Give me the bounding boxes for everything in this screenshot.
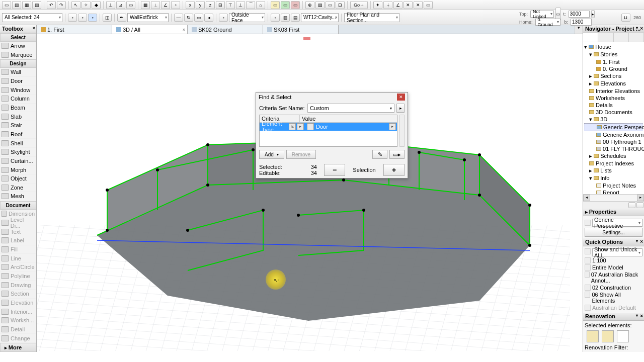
composite-icon[interactable]: ▤ — [291, 14, 300, 22]
qo-penset[interactable]: 07 Australian Black Annot... — [591, 272, 642, 284]
qo-reno[interactable]: 06 Show All Elements — [592, 292, 642, 304]
criteria-row[interactable]: Element Type is ▸ Door ▸ — [260, 123, 397, 131]
dim-x-icon[interactable]: x — [186, 1, 195, 9]
selection-info-drop[interactable]: All Selected: 34 — [2, 13, 62, 22]
tool-drawing[interactable]: Drawing — [0, 281, 36, 290]
deselect-button[interactable]: − — [324, 164, 345, 176]
pick-icon[interactable]: ◆ — [92, 1, 101, 9]
wall-favorite-drop[interactable]: WallExtBrick — [127, 13, 169, 22]
refline1-icon[interactable]: — — [174, 14, 183, 22]
ren-existing-icon[interactable]: ▭ — [271, 1, 280, 9]
publisher-icon[interactable]: ⊕ — [305, 1, 314, 9]
criteria-set-drop[interactable]: Custom — [307, 104, 394, 113]
tool-text[interactable]: Text — [0, 227, 36, 236]
tree-generic-persp[interactable]: Generic Perspective — [584, 123, 643, 131]
tool-object[interactable]: Object — [0, 174, 36, 184]
close-icon[interactable]: ✕ — [397, 94, 405, 101]
home-icon[interactable]: ⌂ — [256, 1, 265, 9]
tree-root[interactable]: ▾ House — [584, 43, 643, 51]
value-arrow-icon[interactable]: ▸ — [389, 123, 396, 130]
qo-mvo[interactable]: 02 Construction — [592, 285, 631, 291]
tree-notes[interactable]: Project Notes — [584, 182, 643, 189]
profile-icon[interactable]: ▫ — [271, 14, 280, 22]
option-icon[interactable]: ⊡ — [336, 1, 345, 9]
undo-icon[interactable]: ↶ — [47, 1, 56, 9]
expand-icon[interactable]: ▸ — [591, 10, 595, 18]
collapse-icon[interactable]: ▾ — [636, 239, 638, 243]
refline2-icon[interactable]: ↻ — [184, 14, 193, 22]
viewtype-drop[interactable]: Floor Plan and Section... — [344, 13, 399, 22]
tree-schedules[interactable]: ▸ Schedules — [584, 152, 643, 160]
value-field[interactable]: Door — [315, 124, 389, 130]
tree-ground[interactable]: 0. Ground — [584, 65, 643, 72]
tool-change[interactable]: Change — [0, 334, 36, 343]
criteria-store-button[interactable]: ▸ — [396, 104, 405, 113]
angle-icon[interactable]: ∠ — [161, 1, 170, 9]
viewmap-icon[interactable]: ▤ — [315, 1, 325, 9]
operator-arrow-icon[interactable]: ▸ — [297, 123, 304, 130]
ref-face-drop[interactable]: Outside Face — [229, 13, 265, 22]
tool-beam[interactable]: Beam — [0, 104, 36, 113]
tree-indexes[interactable]: Project Indexes — [584, 160, 643, 167]
tool-icon[interactable]: ▫ — [171, 1, 180, 9]
geometry1-icon[interactable]: ▫ — [68, 14, 77, 22]
height-field[interactable] — [571, 19, 592, 26]
tool-fill[interactable]: Fill — [0, 245, 36, 254]
nav-del-icon[interactable] — [636, 202, 643, 208]
close-icon[interactable]: × — [640, 239, 643, 244]
navigator-tree[interactable]: ▾ House ▾ Stories 1. First 0. Ground ▸ S… — [583, 42, 644, 194]
wall-section-icon[interactable]: ⊔ — [621, 14, 630, 22]
operator-drop[interactable]: is — [289, 123, 296, 130]
tool-label[interactable]: Label — [0, 236, 36, 245]
add-criteria-button[interactable]: Add — [259, 150, 284, 159]
value-type-icon[interactable] — [307, 123, 314, 130]
scroll-left-icon[interactable]: ◂ — [583, 195, 590, 201]
width-field[interactable] — [569, 11, 590, 18]
eyedropper-icon[interactable]: ✎ — [372, 150, 387, 159]
group-more[interactable]: ▸ More — [0, 343, 36, 352]
cursor-icon[interactable]: ↖ — [71, 1, 80, 9]
tool2-icon[interactable]: ▭ — [424, 1, 433, 9]
tool-zone[interactable]: Zone — [0, 184, 36, 193]
tool-column[interactable]: Column — [0, 95, 36, 104]
tree-worksheets[interactable]: Worksheets — [584, 95, 643, 102]
tab-overflow-icon[interactable]: ▾ — [575, 25, 583, 34]
measure-icon[interactable]: ⟂ — [151, 1, 160, 9]
sun-marker-icon[interactable] — [303, 37, 310, 40]
composite-drop[interactable]: WT12:Cavity... — [301, 13, 339, 22]
tab-first[interactable]: 1. First — [37, 25, 112, 34]
tree-fly2[interactable]: 01 FLY THROUGH — [584, 145, 643, 152]
walk-icon[interactable]: ✦ — [373, 1, 382, 9]
magic-wand-icon[interactable]: ✧ — [82, 1, 91, 9]
home-story-drop[interactable]: 0. Ground — [535, 19, 560, 26]
tool-interior[interactable]: Interior... — [0, 307, 36, 316]
tool-section[interactable]: Section — [0, 290, 36, 299]
refline4-icon[interactable]: ◂ — [204, 14, 213, 22]
nav-tab-view[interactable] — [598, 33, 613, 42]
tree-lists[interactable]: ▸ Lists — [584, 167, 643, 174]
tree-details[interactable]: Details — [584, 102, 643, 109]
fillet-icon[interactable]: ⌒ — [246, 1, 255, 9]
ren-demo-icon[interactable]: ▭ — [291, 1, 300, 9]
reno-demo-button[interactable] — [617, 330, 629, 342]
qo-layers-drop[interactable]: Show and Unlock ALL — [592, 248, 642, 256]
tool-shell[interactable]: Shell — [0, 139, 36, 148]
cancel-icon[interactable]: ✕ — [404, 1, 413, 9]
tree-sections[interactable]: ▸ Sections — [584, 72, 643, 80]
tool-line[interactable]: Line — [0, 254, 36, 263]
tree-generic-axon[interactable]: Generic Axonometry — [584, 131, 643, 138]
tree-first[interactable]: 1. First — [584, 58, 643, 65]
snap1-icon[interactable]: ⊥ — [106, 1, 115, 9]
tab-sk03[interactable]: SK03 First — [263, 25, 339, 34]
redo-icon[interactable]: ↷ — [57, 1, 66, 9]
grid-icon[interactable]: ▦ — [141, 1, 150, 9]
ren-new-icon[interactable]: ▭ — [281, 1, 290, 9]
tree-stories[interactable]: ▾ Stories — [584, 51, 643, 58]
collapse-icon[interactable]: ▾ — [636, 313, 638, 318]
tab-sk02[interactable]: SK02 Ground — [188, 25, 263, 34]
goto-button[interactable]: Go→ — [350, 1, 368, 9]
layout-icon[interactable]: ▭ — [326, 1, 335, 9]
print-icon[interactable]: ▤ — [32, 1, 41, 9]
reno-new-button[interactable] — [602, 330, 614, 342]
close-icon[interactable]: × — [33, 26, 35, 31]
